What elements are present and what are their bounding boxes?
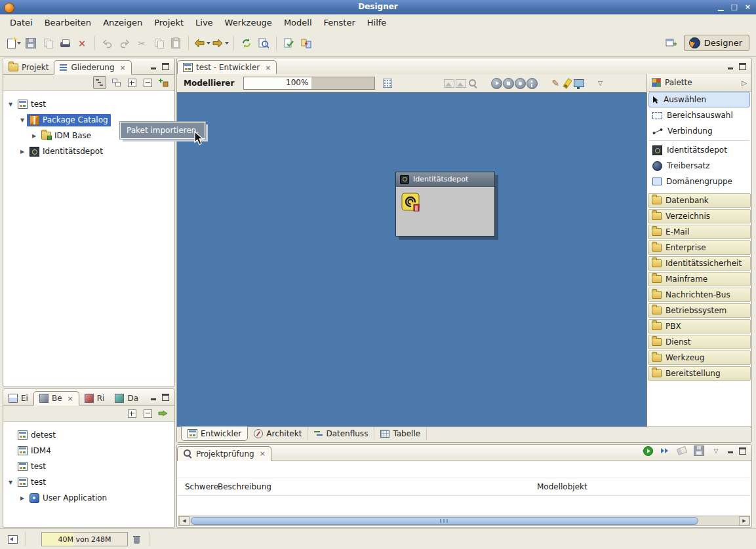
tab-ei[interactable]: Ei <box>3 392 33 405</box>
palette-drawer-enterprise[interactable]: Enterprise <box>648 240 751 255</box>
compare-button[interactable] <box>298 35 314 52</box>
copy-button[interactable] <box>151 35 167 52</box>
menu-datei[interactable]: Datei <box>4 16 39 29</box>
search-document-button[interactable] <box>256 35 271 52</box>
menu-hilfe[interactable]: Hilfe <box>361 16 393 29</box>
collapse-all-button[interactable] <box>142 407 153 419</box>
maximize-view-icon[interactable] <box>739 63 746 70</box>
tab-tabelle[interactable]: Tabelle <box>374 427 427 440</box>
menu-werkzeuge[interactable]: Werkzeuge <box>219 16 278 29</box>
paste-button[interactable] <box>168 35 184 52</box>
run-check-button[interactable] <box>642 445 654 457</box>
print-button[interactable] <box>57 35 73 52</box>
tab-datenfluss[interactable]: Datenfluss <box>308 427 374 440</box>
open-perspective-button[interactable] <box>664 34 679 51</box>
clear-results-button[interactable] <box>676 445 688 457</box>
tab-architekt[interactable]: Architekt <box>248 427 308 440</box>
close-icon[interactable]: × <box>120 64 126 72</box>
refresh-button[interactable] <box>157 407 169 419</box>
maximize-view-icon[interactable] <box>162 394 169 401</box>
forward-button[interactable] <box>212 35 229 52</box>
tree-item-detest[interactable]: detest <box>3 427 174 443</box>
menu-bearbeiten[interactable]: Bearbeiten <box>39 16 97 29</box>
minimize-view-icon[interactable] <box>727 447 734 454</box>
fast-view-button[interactable] <box>7 533 18 545</box>
close-icon[interactable]: × <box>265 64 271 72</box>
presentation-button[interactable] <box>573 77 585 89</box>
palette-drawer-identitaetssicherheit[interactable]: Identitätssicherheit <box>648 256 751 271</box>
save-button[interactable] <box>23 35 39 52</box>
new-button[interactable] <box>6 35 22 52</box>
menu-projekt[interactable]: Projekt <box>148 16 189 29</box>
expander-icon[interactable]: ▶ <box>18 495 27 501</box>
column-beschreibung[interactable]: Beschreibung <box>218 482 537 491</box>
tab-ri[interactable]: Ri <box>79 392 110 405</box>
highlight-button[interactable] <box>561 77 573 89</box>
zoom-value[interactable]: 100% <box>244 77 311 89</box>
tab-entwickler[interactable]: Entwickler <box>181 426 248 441</box>
back-button[interactable] <box>193 35 210 52</box>
maximize-view-icon[interactable] <box>739 447 746 455</box>
palette-drawer-mainframe[interactable]: Mainframe <box>648 272 751 286</box>
palette-tool-treibersatz[interactable]: Treibersatz <box>648 158 750 174</box>
expander-icon[interactable]: ▼ <box>18 117 27 123</box>
tree-item-test[interactable]: test <box>3 459 174 474</box>
maximize-view-icon[interactable] <box>162 63 169 70</box>
scroll-left-icon[interactable]: ◀ <box>179 516 189 525</box>
horizontal-scrollbar[interactable]: ◀ ▶ <box>178 516 750 526</box>
palette-header[interactable]: Palette ▷ <box>647 74 751 92</box>
close-icon[interactable]: × <box>68 394 73 403</box>
menu-live[interactable]: Live <box>189 16 219 29</box>
palette-tool-bereichsauswahl[interactable]: Bereichsauswahl <box>648 107 750 123</box>
tree-item-test-expanded[interactable]: ▼ test <box>3 474 174 490</box>
undo-button[interactable] <box>100 35 115 52</box>
tree-item-idm4[interactable]: IDM4 <box>3 443 174 459</box>
maximize-window-icon[interactable]: □ <box>730 2 737 12</box>
palette-drawer-betriebssystem[interactable]: Betriebssystem <box>648 303 751 318</box>
snap-to-grid-button[interactable] <box>382 77 393 89</box>
perspective-designer-button[interactable]: Designer <box>684 35 749 51</box>
toolbar-menu-button[interactable]: ▽ <box>594 77 606 89</box>
tab-gliederung[interactable]: Gliederung × <box>54 60 131 75</box>
palette-tool-verbindung[interactable]: Verbindung <box>648 123 750 139</box>
link-with-editor-button[interactable] <box>110 77 122 88</box>
info-button[interactable] <box>526 77 538 89</box>
edit-mode-button[interactable]: ✎ <box>549 77 561 89</box>
refresh-live-button[interactable] <box>239 35 254 52</box>
tree-item-user-application[interactable]: ▶ User Application <box>3 490 174 506</box>
expander-icon[interactable]: ▼ <box>6 480 15 485</box>
palette-drawer-email[interactable]: E-Mail <box>648 225 751 239</box>
save-results-button[interactable] <box>693 445 705 457</box>
identity-vault-node[interactable]: Identitätsdepot <box>395 172 495 237</box>
scroll-right-icon[interactable]: ▶ <box>739 516 749 525</box>
minimize-view-icon[interactable] <box>150 64 157 70</box>
palette-pin-icon[interactable]: ▷ <box>742 79 747 86</box>
save-all-button[interactable] <box>40 35 56 52</box>
palette-tool-auswaehlen[interactable]: Auswählen <box>648 92 750 107</box>
expander-icon[interactable]: ▶ <box>30 133 39 139</box>
menu-anzeigen[interactable]: Anzeigen <box>97 16 148 29</box>
tree-item-test[interactable]: ▼ test <box>3 96 174 112</box>
zoom-slider[interactable] <box>311 77 374 89</box>
expand-all-button[interactable] <box>126 407 138 419</box>
collapse-all-button[interactable] <box>142 77 153 88</box>
cut-button[interactable]: ✂ <box>134 35 149 52</box>
close-window-icon[interactable]: × <box>745 2 751 12</box>
import-package-button[interactable] <box>157 77 169 88</box>
tab-be[interactable]: Be × <box>33 391 79 406</box>
export-image-button[interactable] <box>443 77 455 89</box>
zoom-control[interactable]: 100% <box>243 77 375 90</box>
minimize-view-icon[interactable] <box>727 64 734 70</box>
expander-icon[interactable]: ▶ <box>18 149 27 155</box>
minimize-view-icon[interactable] <box>150 394 157 401</box>
column-modellobjekt[interactable]: Modellobjekt <box>537 482 750 491</box>
run-garbage-collector-button[interactable] <box>130 533 142 545</box>
palette-drawer-verzeichnis[interactable]: Verzeichnis <box>648 209 751 223</box>
close-icon[interactable]: × <box>260 449 266 458</box>
tab-da[interactable]: Da <box>109 392 144 405</box>
expander-icon[interactable]: ▼ <box>6 102 15 107</box>
tab-projekt[interactable]: Projekt <box>3 61 54 74</box>
palette-drawer-pbx[interactable]: PBX <box>648 319 751 333</box>
menu-fenster[interactable]: Fenster <box>318 16 361 29</box>
menu-modell[interactable]: Modell <box>278 16 318 29</box>
